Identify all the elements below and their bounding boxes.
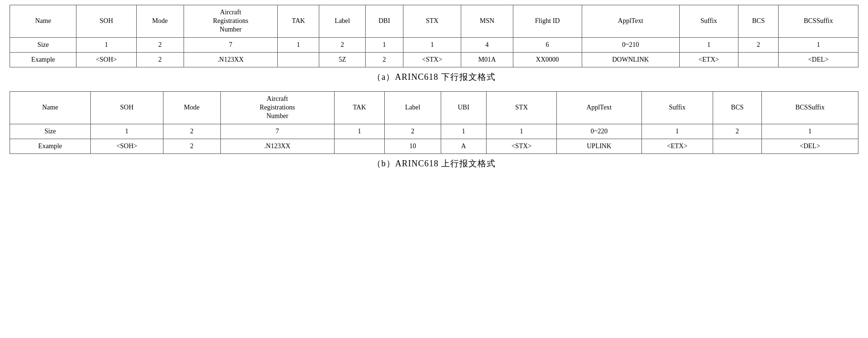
cell-b-example-7: UPLINK bbox=[557, 139, 641, 153]
cell-a-example-2: .N123XX bbox=[184, 52, 278, 67]
header-a-mode: Mode bbox=[136, 5, 184, 38]
cell-a-example-9: DOWNLINK bbox=[582, 52, 679, 67]
header-b-aircraft: Aircraft Registrations Number bbox=[220, 91, 334, 124]
cell-a-size-4: 2 bbox=[319, 37, 366, 52]
cell-a-size-10: 1 bbox=[679, 37, 738, 52]
cell-a-example-1: 2 bbox=[136, 52, 184, 67]
table-row: Example <SOH> 2 .N123XX 5Z 2 <STX> M01A … bbox=[10, 52, 858, 67]
cell-b-example-1: 2 bbox=[163, 139, 220, 153]
cell-a-example-0: <SOH> bbox=[76, 52, 136, 67]
cell-b-example-label: Example bbox=[10, 139, 91, 153]
header-a-suffix: Suffix bbox=[679, 5, 738, 38]
header-a-tak: TAK bbox=[278, 5, 319, 38]
cell-a-size-11: 2 bbox=[738, 37, 779, 52]
header-b-bcssuffix: BCSSuffix bbox=[762, 91, 858, 124]
cell-b-size-10: 1 bbox=[762, 124, 858, 139]
cell-a-size-9: 0~210 bbox=[582, 37, 679, 52]
header-a-stx: STX bbox=[403, 5, 461, 38]
header-b-name: Name bbox=[10, 91, 91, 124]
cell-a-size-label: Size bbox=[10, 37, 76, 52]
cell-a-size-3: 1 bbox=[278, 37, 319, 52]
cell-a-example-10: <ETX> bbox=[679, 52, 738, 67]
cell-a-example-6: <STX> bbox=[403, 52, 461, 67]
cell-b-size-0: 1 bbox=[90, 124, 163, 139]
cell-b-size-9: 2 bbox=[713, 124, 762, 139]
cell-b-size-7: 0~220 bbox=[557, 124, 641, 139]
header-b-tak: TAK bbox=[334, 91, 384, 124]
cell-b-example-4: 10 bbox=[385, 139, 441, 153]
cell-b-size-4: 2 bbox=[385, 124, 441, 139]
cell-b-size-5: 1 bbox=[441, 124, 486, 139]
cell-a-example-5: 2 bbox=[366, 52, 403, 67]
table-row: Size 1 2 7 1 2 1 1 0~220 1 2 1 bbox=[10, 124, 858, 139]
header-a-name: Name bbox=[10, 5, 76, 38]
cell-b-size-8: 1 bbox=[641, 124, 713, 139]
header-b-label: Label bbox=[385, 91, 441, 124]
caption-a: （a）ARINC618 下行报文格式 bbox=[10, 71, 858, 83]
section-a: Name SOH Mode Aircraft Registrations Num… bbox=[10, 5, 858, 83]
cell-a-size-5: 1 bbox=[366, 37, 403, 52]
header-b-soh: SOH bbox=[90, 91, 163, 124]
cell-a-size-6: 1 bbox=[403, 37, 461, 52]
cell-a-size-7: 4 bbox=[461, 37, 513, 52]
header-a-bcssuffix: BCSSuffix bbox=[779, 5, 858, 38]
cell-a-size-8: 6 bbox=[513, 37, 582, 52]
cell-b-size-1: 2 bbox=[163, 124, 220, 139]
table-b: Name SOH Mode Aircraft Registrations Num… bbox=[10, 91, 858, 154]
cell-b-example-5: A bbox=[441, 139, 486, 153]
section-b: Name SOH Mode Aircraft Registrations Num… bbox=[10, 91, 858, 169]
header-b-ubi: UBI bbox=[441, 91, 486, 124]
cell-b-example-3 bbox=[334, 139, 384, 153]
cell-a-example-12: <DEL> bbox=[779, 52, 858, 67]
cell-a-size-2: 7 bbox=[184, 37, 278, 52]
header-b-stx: STX bbox=[486, 91, 556, 124]
header-a-soh: SOH bbox=[76, 5, 136, 38]
header-a-aircraft: Aircraft Registrations Number bbox=[184, 5, 278, 38]
cell-b-example-0: <SOH> bbox=[90, 139, 163, 153]
cell-a-size-0: 1 bbox=[76, 37, 136, 52]
cell-a-size-1: 2 bbox=[136, 37, 184, 52]
cell-a-example-3 bbox=[278, 52, 319, 67]
table-a: Name SOH Mode Aircraft Registrations Num… bbox=[10, 5, 858, 67]
header-a-dbi: DBI bbox=[366, 5, 403, 38]
table-row: Example <SOH> 2 .N123XX 10 A <STX> UPLIN… bbox=[10, 139, 858, 153]
cell-b-example-6: <STX> bbox=[486, 139, 556, 153]
cell-b-example-9 bbox=[713, 139, 762, 153]
caption-b: （b）ARINC618 上行报文格式 bbox=[10, 158, 858, 169]
header-b-appltext: ApplText bbox=[557, 91, 641, 124]
header-b-suffix: Suffix bbox=[641, 91, 713, 124]
header-b-bcs: BCS bbox=[713, 91, 762, 124]
cell-b-example-2: .N123XX bbox=[220, 139, 334, 153]
cell-b-size-3: 1 bbox=[334, 124, 384, 139]
cell-b-size-label: Size bbox=[10, 124, 91, 139]
header-a-flightid: Flight ID bbox=[513, 5, 582, 38]
cell-a-size-12: 1 bbox=[779, 37, 858, 52]
cell-b-example-10: <DEL> bbox=[762, 139, 858, 153]
header-b-mode: Mode bbox=[163, 91, 220, 124]
table-row: Size 1 2 7 1 2 1 1 4 6 0~210 1 2 1 bbox=[10, 37, 858, 52]
cell-b-size-2: 7 bbox=[220, 124, 334, 139]
cell-b-size-6: 1 bbox=[486, 124, 556, 139]
cell-b-example-8: <ETX> bbox=[641, 139, 713, 153]
header-a-msn: MSN bbox=[461, 5, 513, 38]
header-a-appltext: ApplText bbox=[582, 5, 679, 38]
cell-a-example-7: M01A bbox=[461, 52, 513, 67]
cell-a-example-11 bbox=[738, 52, 779, 67]
cell-a-example-label: Example bbox=[10, 52, 76, 67]
header-a-bcs: BCS bbox=[738, 5, 779, 38]
header-a-label: Label bbox=[319, 5, 366, 38]
cell-a-example-4: 5Z bbox=[319, 52, 366, 67]
cell-a-example-8: XX0000 bbox=[513, 52, 582, 67]
